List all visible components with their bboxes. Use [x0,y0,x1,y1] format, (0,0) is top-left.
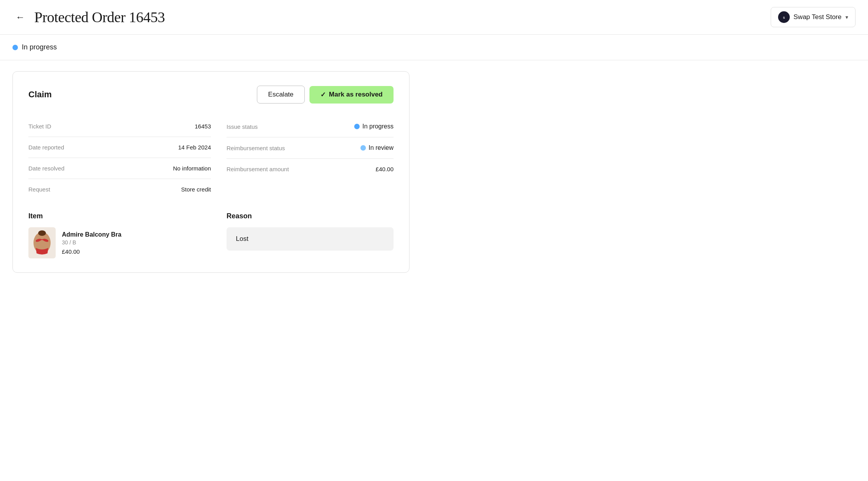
field-date-resolved: Date resolved No information [28,158,211,179]
escalate-button[interactable]: Escalate [257,86,305,104]
claim-card: Claim Escalate ✓ Mark as resolved Ticket… [12,71,409,273]
item-section-title: Item [28,212,211,220]
reason-section: Reason Lost [211,212,394,258]
reimbursement-status-label: Reimbursement status [227,145,285,151]
field-date-reported: Date reported 14 Feb 2024 [28,137,211,158]
claim-title: Claim [28,90,52,100]
store-name: Swap Test Store [794,13,842,21]
date-resolved-label: Date resolved [28,165,65,172]
back-icon: ← [16,12,25,23]
reason-value: Lost [236,235,248,242]
item-product-image [30,229,54,256]
item-variant: 30 / B [62,239,121,246]
item-price: £40.00 [62,248,121,255]
issue-status-dot [354,124,360,129]
item-reason-section: Item [28,212,394,258]
field-ticket-id: Ticket ID 16453 [28,116,211,137]
resolve-label: Mark as resolved [329,91,383,98]
store-avatar: S [778,11,790,23]
main-content: Claim Escalate ✓ Mark as resolved Ticket… [0,60,868,284]
item-section: Item [28,212,211,258]
item-image [28,227,56,258]
reason-box: Lost [227,227,394,251]
reimbursement-amount-value: £40.00 [376,166,394,172]
fields-left-col: Ticket ID 16453 Date reported 14 Feb 202… [28,116,211,200]
date-resolved-value: No information [173,165,211,172]
page-header: ← Protected Order 16453 S Swap Test Stor… [0,0,868,35]
reason-section-title: Reason [227,212,394,220]
item-details: Admire Balcony Bra 30 / B £40.00 [62,231,121,255]
store-avatar-icon: S [780,14,787,21]
field-reimbursement-amount: Reimbursement amount £40.00 [227,159,394,179]
item-card: Admire Balcony Bra 30 / B £40.00 [28,227,211,258]
reimbursement-status-text: In review [369,144,394,151]
reimbursement-amount-label: Reimbursement amount [227,166,289,172]
svg-text:S: S [783,16,785,19]
issue-status-text: In progress [362,123,394,130]
resolve-check-icon: ✓ [320,91,326,99]
chevron-down-icon: ▾ [845,14,848,20]
svg-point-5 [38,230,46,236]
date-reported-value: 14 Feb 2024 [178,144,211,151]
field-request: Request Store credit [28,179,211,200]
request-label: Request [28,186,50,193]
ticket-id-label: Ticket ID [28,123,51,130]
ticket-id-value: 16453 [195,123,211,130]
reimbursement-status-value: In review [360,144,394,151]
back-button[interactable]: ← [12,10,28,24]
status-label: In progress [22,43,57,51]
claim-actions: Escalate ✓ Mark as resolved [257,86,394,104]
mark-resolved-button[interactable]: ✓ Mark as resolved [309,86,394,104]
item-name: Admire Balcony Bra [62,231,121,238]
header-left: ← Protected Order 16453 [12,9,165,26]
issue-status-value: In progress [354,123,394,130]
request-value: Store credit [181,186,211,193]
status-dot [12,45,18,50]
status-bar: In progress [0,35,868,60]
page-title: Protected Order 16453 [34,9,165,26]
fields-right-col: Issue status In progress Reimbursement s… [211,116,394,200]
reimbursement-status-dot [360,145,366,151]
issue-status-label: Issue status [227,123,258,130]
date-reported-label: Date reported [28,144,64,151]
field-issue-status: Issue status In progress [227,116,394,137]
claim-header: Claim Escalate ✓ Mark as resolved [28,86,394,104]
store-switcher-button[interactable]: S Swap Test Store ▾ [771,7,856,27]
field-reimbursement-status: Reimbursement status In review [227,137,394,159]
fields-grid: Ticket ID 16453 Date reported 14 Feb 202… [28,116,394,200]
